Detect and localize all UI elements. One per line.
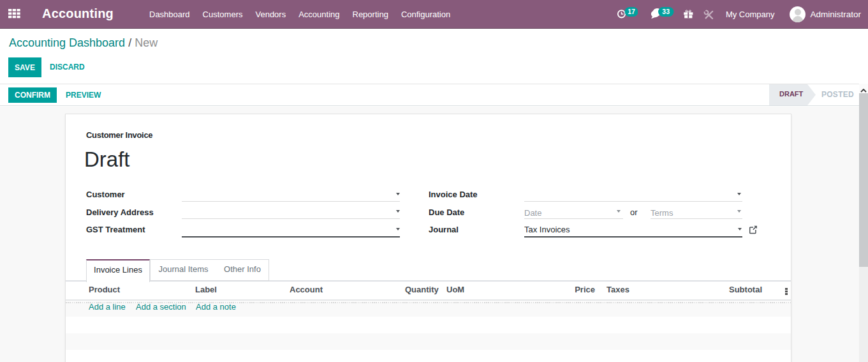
svg-text:17: 17 [628,8,636,15]
svg-text:33: 33 [663,8,670,15]
